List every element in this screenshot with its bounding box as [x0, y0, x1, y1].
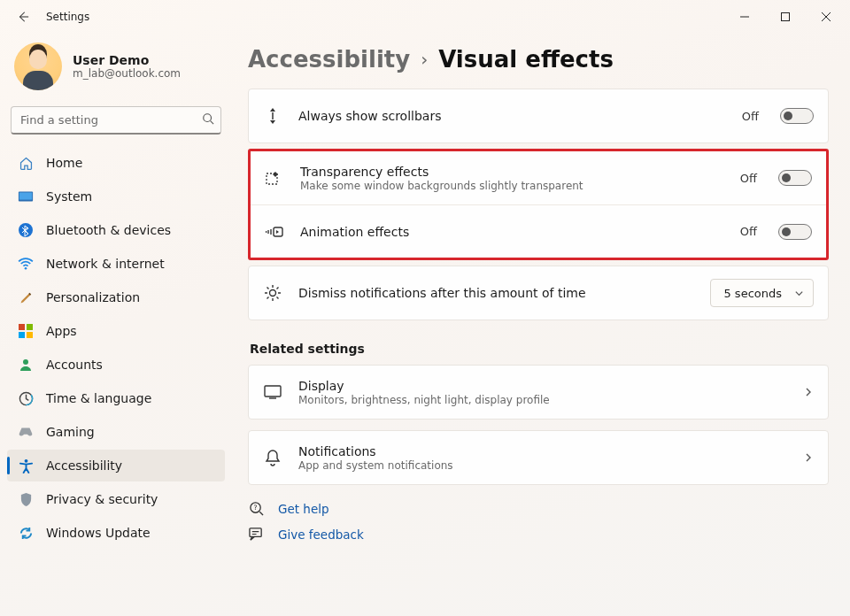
nav-accounts[interactable]: Accounts: [7, 349, 225, 381]
nav-personalization[interactable]: Personalization: [7, 281, 225, 313]
transparency-icon: [265, 170, 284, 186]
nav-label: System: [46, 189, 92, 204]
breadcrumb: Accessibility › Visual effects: [248, 46, 829, 73]
setting-subtitle: Make some window backgrounds slightly tr…: [300, 180, 724, 192]
avatar: [14, 42, 62, 90]
nav-update[interactable]: Windows Update: [7, 517, 225, 549]
page-title: Visual effects: [438, 46, 614, 73]
svg-rect-7: [27, 324, 33, 330]
gamepad-icon: [18, 424, 34, 440]
nav-label: Accounts: [46, 358, 103, 372]
maximize-button[interactable]: [765, 4, 806, 30]
svg-rect-0: [782, 13, 790, 21]
svg-rect-6: [19, 324, 25, 330]
chevron-right-icon: ›: [421, 49, 428, 70]
link-label: Give feedback: [278, 527, 364, 542]
close-button[interactable]: [806, 4, 846, 30]
brush-icon: [18, 289, 34, 305]
get-help-link[interactable]: ? Get help: [248, 501, 829, 516]
search-wrapper: [11, 106, 221, 135]
minimize-button[interactable]: [724, 4, 765, 30]
chevron-down-icon: [794, 289, 804, 298]
setting-title: Transparency effects: [300, 165, 724, 179]
nav-label: Home: [46, 156, 82, 170]
display-icon: [263, 385, 282, 399]
breadcrumb-parent[interactable]: Accessibility: [248, 46, 410, 73]
setting-title: Display: [298, 379, 787, 393]
nav-bluetooth[interactable]: Bluetooth & devices: [7, 214, 225, 246]
toggle-state: Off: [740, 225, 757, 238]
svg-rect-17: [265, 386, 281, 397]
nav-label: Time & language: [46, 391, 151, 405]
nav-label: Accessibility: [46, 458, 122, 473]
setting-transparency: Transparency effects Make some window ba…: [251, 151, 826, 204]
sidebar: User Demo m_lab@outlook.com Home System …: [0, 34, 236, 616]
svg-point-13: [24, 458, 27, 462]
nav-label: Windows Update: [46, 526, 151, 540]
nav-accessibility[interactable]: Accessibility: [7, 450, 225, 481]
nav-list: Home System Bluetooth & devices Network …: [7, 147, 225, 549]
setting-scrollbars: Always show scrollbars Off: [248, 89, 829, 143]
title-bar: Settings: [0, 0, 850, 34]
update-icon: [18, 525, 34, 541]
dropdown-value: 5 seconds: [723, 287, 782, 300]
feedback-icon: [248, 527, 264, 542]
profile-name: User Demo: [73, 53, 181, 67]
footer-links: ? Get help Give feedback: [248, 501, 829, 542]
feedback-link[interactable]: Give feedback: [248, 527, 829, 542]
nav-time[interactable]: Time & language: [7, 382, 225, 414]
animation-toggle[interactable]: [778, 224, 812, 240]
apps-icon: [18, 323, 34, 339]
nav-label: Privacy & security: [46, 492, 158, 506]
svg-rect-20: [249, 528, 260, 536]
shield-icon: [18, 491, 34, 507]
help-icon: ?: [248, 501, 264, 516]
nav-label: Gaming: [46, 425, 95, 439]
bluetooth-icon: [18, 222, 34, 238]
chevron-right-icon: [803, 387, 814, 397]
related-display[interactable]: Display Monitors, brightness, night ligh…: [248, 365, 829, 420]
brightness-icon: [263, 284, 282, 302]
setting-subtitle: Monitors, brightness, night light, displ…: [298, 394, 787, 406]
nav-gaming[interactable]: Gaming: [7, 416, 225, 448]
nav-apps[interactable]: Apps: [7, 315, 225, 347]
scrollbar-icon: [263, 107, 282, 125]
highlight-box: Transparency effects Make some window ba…: [248, 149, 829, 260]
nav-label: Bluetooth & devices: [46, 223, 171, 237]
svg-point-10: [23, 359, 28, 365]
person-icon: [18, 357, 34, 373]
link-label: Get help: [278, 502, 329, 516]
nav-label: Network & internet: [46, 257, 165, 271]
transparency-toggle[interactable]: [778, 170, 812, 186]
setting-title: Notifications: [298, 444, 787, 458]
dismiss-dropdown[interactable]: 5 seconds: [710, 279, 814, 307]
chevron-right-icon: [803, 452, 814, 463]
svg-point-1: [204, 114, 212, 122]
wifi-icon: [18, 256, 34, 272]
nav-privacy[interactable]: Privacy & security: [7, 483, 225, 515]
nav-network[interactable]: Network & internet: [7, 248, 225, 280]
back-button[interactable]: [9, 3, 37, 31]
svg-rect-9: [27, 332, 33, 338]
search-icon: [202, 112, 214, 125]
setting-title: Dismiss notifications after this amount …: [298, 286, 694, 300]
setting-subtitle: App and system notifications: [298, 459, 787, 472]
toggle-state: Off: [740, 172, 757, 185]
svg-rect-8: [19, 332, 25, 338]
profile-block[interactable]: User Demo m_lab@outlook.com: [7, 41, 225, 106]
profile-email: m_lab@outlook.com: [73, 67, 181, 80]
scrollbars-toggle[interactable]: [780, 108, 814, 124]
setting-title: Always show scrollbars: [298, 109, 726, 123]
main-content: Accessibility › Visual effects Always sh…: [236, 34, 850, 616]
bell-icon: [263, 449, 282, 466]
nav-home[interactable]: Home: [7, 147, 225, 179]
nav-system[interactable]: System: [7, 181, 225, 212]
system-icon: [18, 189, 34, 204]
setting-title: Animation effects: [300, 225, 724, 239]
setting-animation: Animation effects Off: [251, 204, 826, 258]
search-input[interactable]: [11, 106, 221, 135]
svg-rect-3: [19, 193, 32, 200]
related-notifications[interactable]: Notifications App and system notificatio…: [248, 430, 829, 485]
accessibility-icon: [18, 458, 34, 474]
setting-dismiss: Dismiss notifications after this amount …: [248, 266, 829, 320]
